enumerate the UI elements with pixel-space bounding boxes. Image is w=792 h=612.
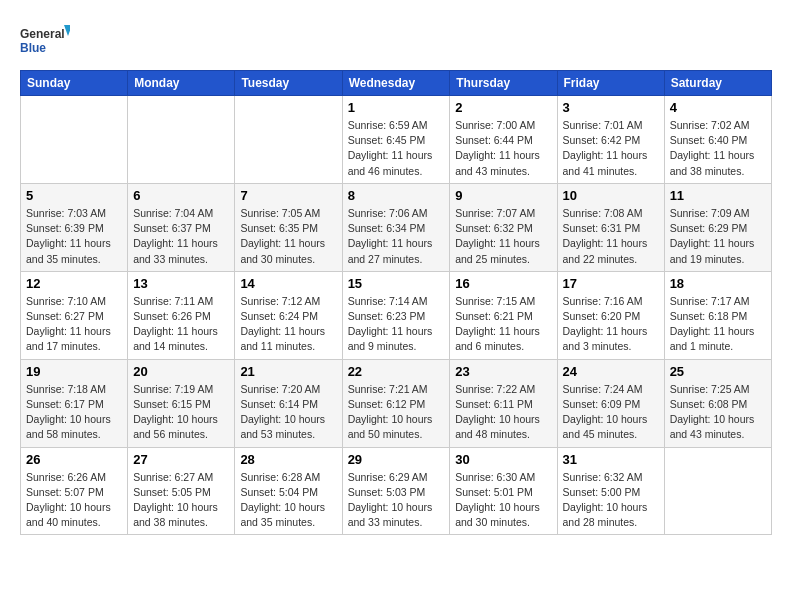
- day-number: 4: [670, 100, 766, 115]
- calendar-cell: 27Sunrise: 6:27 AM Sunset: 5:05 PM Dayli…: [128, 447, 235, 535]
- calendar-cell: 11Sunrise: 7:09 AM Sunset: 6:29 PM Dayli…: [664, 183, 771, 271]
- day-number: 6: [133, 188, 229, 203]
- day-number: 18: [670, 276, 766, 291]
- svg-text:Blue: Blue: [20, 41, 46, 55]
- day-info: Sunrise: 7:09 AM Sunset: 6:29 PM Dayligh…: [670, 206, 766, 267]
- day-number: 7: [240, 188, 336, 203]
- day-number: 20: [133, 364, 229, 379]
- day-header-saturday: Saturday: [664, 71, 771, 96]
- day-number: 28: [240, 452, 336, 467]
- day-info: Sunrise: 6:59 AM Sunset: 6:45 PM Dayligh…: [348, 118, 445, 179]
- day-number: 26: [26, 452, 122, 467]
- day-header-monday: Monday: [128, 71, 235, 96]
- svg-marker-2: [64, 25, 70, 36]
- calendar-cell: 14Sunrise: 7:12 AM Sunset: 6:24 PM Dayli…: [235, 271, 342, 359]
- day-info: Sunrise: 6:32 AM Sunset: 5:00 PM Dayligh…: [563, 470, 659, 531]
- day-info: Sunrise: 7:05 AM Sunset: 6:35 PM Dayligh…: [240, 206, 336, 267]
- page-header: General Blue: [20, 20, 772, 60]
- calendar-cell: 8Sunrise: 7:06 AM Sunset: 6:34 PM Daylig…: [342, 183, 450, 271]
- calendar-cell: 25Sunrise: 7:25 AM Sunset: 6:08 PM Dayli…: [664, 359, 771, 447]
- calendar-cell: 4Sunrise: 7:02 AM Sunset: 6:40 PM Daylig…: [664, 96, 771, 184]
- calendar-cell: 3Sunrise: 7:01 AM Sunset: 6:42 PM Daylig…: [557, 96, 664, 184]
- day-header-sunday: Sunday: [21, 71, 128, 96]
- day-info: Sunrise: 7:22 AM Sunset: 6:11 PM Dayligh…: [455, 382, 551, 443]
- logo-svg: General Blue: [20, 20, 70, 60]
- calendar-cell: 2Sunrise: 7:00 AM Sunset: 6:44 PM Daylig…: [450, 96, 557, 184]
- calendar-cell: [21, 96, 128, 184]
- day-number: 30: [455, 452, 551, 467]
- day-number: 24: [563, 364, 659, 379]
- calendar-cell: [235, 96, 342, 184]
- calendar-cell: 29Sunrise: 6:29 AM Sunset: 5:03 PM Dayli…: [342, 447, 450, 535]
- day-info: Sunrise: 6:29 AM Sunset: 5:03 PM Dayligh…: [348, 470, 445, 531]
- logo: General Blue: [20, 20, 70, 60]
- day-number: 10: [563, 188, 659, 203]
- day-info: Sunrise: 7:00 AM Sunset: 6:44 PM Dayligh…: [455, 118, 551, 179]
- day-info: Sunrise: 7:07 AM Sunset: 6:32 PM Dayligh…: [455, 206, 551, 267]
- day-info: Sunrise: 7:20 AM Sunset: 6:14 PM Dayligh…: [240, 382, 336, 443]
- day-number: 8: [348, 188, 445, 203]
- day-number: 25: [670, 364, 766, 379]
- calendar-cell: 5Sunrise: 7:03 AM Sunset: 6:39 PM Daylig…: [21, 183, 128, 271]
- day-header-wednesday: Wednesday: [342, 71, 450, 96]
- calendar-week-row: 26Sunrise: 6:26 AM Sunset: 5:07 PM Dayli…: [21, 447, 772, 535]
- calendar-cell: [664, 447, 771, 535]
- day-info: Sunrise: 7:03 AM Sunset: 6:39 PM Dayligh…: [26, 206, 122, 267]
- day-info: Sunrise: 7:15 AM Sunset: 6:21 PM Dayligh…: [455, 294, 551, 355]
- calendar-week-row: 19Sunrise: 7:18 AM Sunset: 6:17 PM Dayli…: [21, 359, 772, 447]
- day-info: Sunrise: 7:21 AM Sunset: 6:12 PM Dayligh…: [348, 382, 445, 443]
- day-info: Sunrise: 6:27 AM Sunset: 5:05 PM Dayligh…: [133, 470, 229, 531]
- day-info: Sunrise: 7:02 AM Sunset: 6:40 PM Dayligh…: [670, 118, 766, 179]
- day-info: Sunrise: 7:11 AM Sunset: 6:26 PM Dayligh…: [133, 294, 229, 355]
- calendar-cell: 31Sunrise: 6:32 AM Sunset: 5:00 PM Dayli…: [557, 447, 664, 535]
- calendar-cell: 15Sunrise: 7:14 AM Sunset: 6:23 PM Dayli…: [342, 271, 450, 359]
- calendar-cell: 6Sunrise: 7:04 AM Sunset: 6:37 PM Daylig…: [128, 183, 235, 271]
- day-info: Sunrise: 6:30 AM Sunset: 5:01 PM Dayligh…: [455, 470, 551, 531]
- calendar-cell: 19Sunrise: 7:18 AM Sunset: 6:17 PM Dayli…: [21, 359, 128, 447]
- calendar-cell: 28Sunrise: 6:28 AM Sunset: 5:04 PM Dayli…: [235, 447, 342, 535]
- day-info: Sunrise: 7:08 AM Sunset: 6:31 PM Dayligh…: [563, 206, 659, 267]
- day-number: 14: [240, 276, 336, 291]
- calendar-cell: 16Sunrise: 7:15 AM Sunset: 6:21 PM Dayli…: [450, 271, 557, 359]
- day-number: 23: [455, 364, 551, 379]
- calendar-cell: 13Sunrise: 7:11 AM Sunset: 6:26 PM Dayli…: [128, 271, 235, 359]
- day-number: 27: [133, 452, 229, 467]
- day-info: Sunrise: 6:26 AM Sunset: 5:07 PM Dayligh…: [26, 470, 122, 531]
- day-number: 29: [348, 452, 445, 467]
- day-header-thursday: Thursday: [450, 71, 557, 96]
- calendar-cell: 18Sunrise: 7:17 AM Sunset: 6:18 PM Dayli…: [664, 271, 771, 359]
- calendar-cell: 24Sunrise: 7:24 AM Sunset: 6:09 PM Dayli…: [557, 359, 664, 447]
- day-info: Sunrise: 7:10 AM Sunset: 6:27 PM Dayligh…: [26, 294, 122, 355]
- day-number: 19: [26, 364, 122, 379]
- calendar-week-row: 1Sunrise: 6:59 AM Sunset: 6:45 PM Daylig…: [21, 96, 772, 184]
- day-number: 17: [563, 276, 659, 291]
- calendar-cell: 20Sunrise: 7:19 AM Sunset: 6:15 PM Dayli…: [128, 359, 235, 447]
- day-number: 11: [670, 188, 766, 203]
- calendar-cell: 22Sunrise: 7:21 AM Sunset: 6:12 PM Dayli…: [342, 359, 450, 447]
- calendar-week-row: 12Sunrise: 7:10 AM Sunset: 6:27 PM Dayli…: [21, 271, 772, 359]
- calendar-cell: 1Sunrise: 6:59 AM Sunset: 6:45 PM Daylig…: [342, 96, 450, 184]
- day-number: 2: [455, 100, 551, 115]
- calendar-cell: [128, 96, 235, 184]
- calendar-cell: 10Sunrise: 7:08 AM Sunset: 6:31 PM Dayli…: [557, 183, 664, 271]
- day-number: 12: [26, 276, 122, 291]
- day-header-tuesday: Tuesday: [235, 71, 342, 96]
- day-info: Sunrise: 7:12 AM Sunset: 6:24 PM Dayligh…: [240, 294, 336, 355]
- day-info: Sunrise: 7:16 AM Sunset: 6:20 PM Dayligh…: [563, 294, 659, 355]
- day-number: 22: [348, 364, 445, 379]
- day-header-friday: Friday: [557, 71, 664, 96]
- day-info: Sunrise: 7:04 AM Sunset: 6:37 PM Dayligh…: [133, 206, 229, 267]
- day-number: 3: [563, 100, 659, 115]
- calendar-cell: 7Sunrise: 7:05 AM Sunset: 6:35 PM Daylig…: [235, 183, 342, 271]
- day-info: Sunrise: 6:28 AM Sunset: 5:04 PM Dayligh…: [240, 470, 336, 531]
- calendar-cell: 9Sunrise: 7:07 AM Sunset: 6:32 PM Daylig…: [450, 183, 557, 271]
- day-info: Sunrise: 7:18 AM Sunset: 6:17 PM Dayligh…: [26, 382, 122, 443]
- calendar-week-row: 5Sunrise: 7:03 AM Sunset: 6:39 PM Daylig…: [21, 183, 772, 271]
- day-info: Sunrise: 7:19 AM Sunset: 6:15 PM Dayligh…: [133, 382, 229, 443]
- day-number: 21: [240, 364, 336, 379]
- day-info: Sunrise: 7:06 AM Sunset: 6:34 PM Dayligh…: [348, 206, 445, 267]
- day-info: Sunrise: 7:24 AM Sunset: 6:09 PM Dayligh…: [563, 382, 659, 443]
- calendar-cell: 23Sunrise: 7:22 AM Sunset: 6:11 PM Dayli…: [450, 359, 557, 447]
- calendar-header-row: SundayMondayTuesdayWednesdayThursdayFrid…: [21, 71, 772, 96]
- day-number: 15: [348, 276, 445, 291]
